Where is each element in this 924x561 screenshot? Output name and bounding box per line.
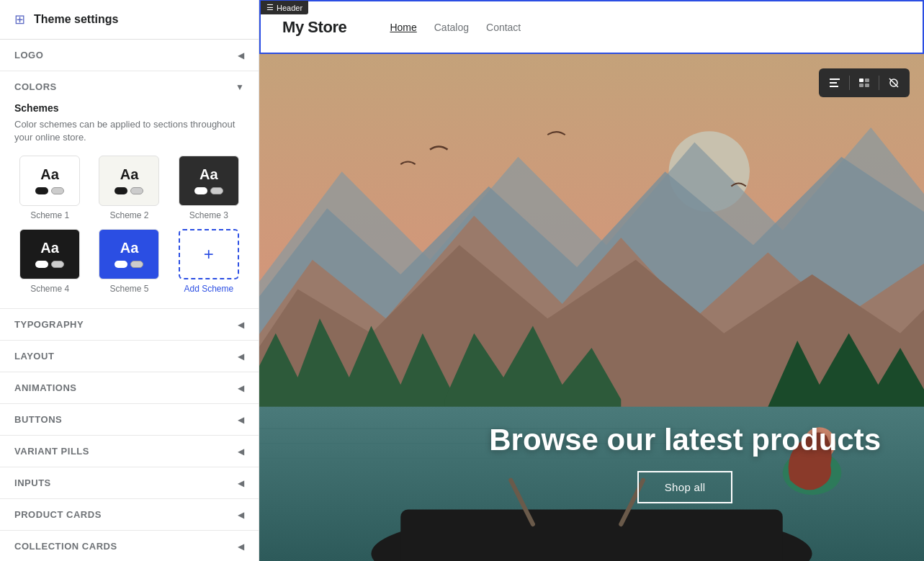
scheme-4-toggle-on bbox=[35, 261, 48, 268]
animations-section: ANIMATIONS ◀ bbox=[0, 372, 259, 404]
scheme-3-preview: Aa bbox=[179, 156, 239, 206]
typography-section-label: TYPOGRAPHY bbox=[14, 319, 84, 330]
scheme-3-toggles bbox=[194, 187, 223, 194]
add-scheme-label: Add Scheme bbox=[184, 284, 233, 294]
scheme-3-toggle-on bbox=[194, 187, 207, 194]
scheme-2-card[interactable]: Aa Scheme 2 bbox=[94, 156, 164, 220]
main-content: ☰ Header My Store Home Catalog Contact bbox=[259, 0, 924, 561]
scheme-3-card[interactable]: Aa Scheme 3 bbox=[174, 156, 244, 220]
product-cards-section-label: PRODUCT CARDS bbox=[14, 509, 102, 520]
animations-section-header[interactable]: ANIMATIONS ◀ bbox=[0, 372, 259, 403]
layout-chevron-icon: ◀ bbox=[238, 351, 244, 362]
scheme-5-toggle-on bbox=[115, 261, 127, 268]
buttons-chevron-icon: ◀ bbox=[238, 415, 244, 425]
scheme-3-label: Scheme 3 bbox=[189, 210, 228, 220]
sidebar-title: Theme settings bbox=[34, 13, 118, 26]
colors-content: Schemes Color schemes can be applied to … bbox=[0, 102, 259, 308]
scheme-5-toggles bbox=[115, 261, 143, 268]
product-cards-chevron-icon: ◀ bbox=[238, 510, 244, 520]
scheme-5-label: Scheme 5 bbox=[109, 284, 148, 294]
scheme-4-preview: Aa bbox=[19, 229, 80, 279]
variant-pills-section: VARIANT PILLS ◀ bbox=[0, 436, 259, 467]
svg-rect-25 bbox=[865, 84, 869, 87]
scheme-1-preview: Aa bbox=[19, 156, 80, 206]
nav-home[interactable]: Home bbox=[390, 22, 416, 33]
layout-section: LAYOUT ◀ bbox=[0, 341, 259, 372]
scheme-1-label: Scheme 1 bbox=[30, 210, 69, 220]
toolbar-arrange-btn[interactable] bbox=[851, 70, 877, 96]
scheme-3-aa: Aa bbox=[199, 167, 218, 181]
hero-section: Browse our latest products Shop all bbox=[259, 54, 924, 561]
logo-chevron-icon: ◀ bbox=[238, 50, 244, 60]
scheme-4-card[interactable]: Aa Scheme 4 bbox=[14, 229, 85, 294]
sidebar-header: ⊞ Theme settings bbox=[0, 0, 259, 40]
scheme-3-toggle-off bbox=[210, 187, 223, 194]
scheme-4-toggles bbox=[35, 261, 64, 268]
animations-section-label: ANIMATIONS bbox=[14, 382, 77, 393]
svg-rect-21 bbox=[830, 86, 838, 87]
inputs-section: INPUTS ◀ bbox=[0, 467, 259, 499]
header-badge-label: Header bbox=[277, 4, 302, 12]
store-logo: My Store bbox=[282, 18, 346, 37]
header-badge: ☰ Header bbox=[261, 1, 308, 14]
scheme-5-preview: Aa bbox=[99, 229, 159, 279]
variant-pills-section-header[interactable]: VARIANT PILLS ◀ bbox=[0, 436, 259, 467]
logo-section-label: LOGO bbox=[14, 50, 43, 60]
header-icon: ☰ bbox=[266, 3, 274, 12]
toolbar-text-btn[interactable] bbox=[822, 70, 848, 96]
hero-toolbar bbox=[819, 68, 910, 97]
collection-cards-section-label: COLLECTION CARDS bbox=[14, 541, 117, 552]
buttons-section-label: BUTTONS bbox=[14, 414, 62, 425]
scheme-5-toggle-off bbox=[130, 261, 143, 268]
nav-contact[interactable]: Contact bbox=[486, 22, 521, 33]
sidebar: ⊞ Theme settings LOGO ◀ COLORS ▼ Schemes… bbox=[0, 0, 259, 561]
scheme-2-label: Scheme 2 bbox=[109, 210, 148, 220]
layout-section-header[interactable]: LAYOUT ◀ bbox=[0, 341, 259, 372]
scheme-1-toggles bbox=[35, 187, 64, 194]
store-header: ☰ Header My Store Home Catalog Contact bbox=[259, 0, 924, 54]
svg-line-27 bbox=[889, 78, 898, 87]
colors-section-label: COLORS bbox=[14, 81, 57, 92]
add-scheme-card[interactable]: + Add Scheme bbox=[174, 229, 244, 294]
schemes-label: Schemes bbox=[14, 102, 244, 114]
svg-rect-20 bbox=[830, 82, 837, 84]
colors-chevron-icon: ▼ bbox=[236, 82, 244, 92]
add-scheme-plus-icon: + bbox=[204, 244, 214, 264]
product-cards-section: PRODUCT CARDS ◀ bbox=[0, 499, 259, 531]
svg-rect-22 bbox=[859, 78, 864, 82]
hero-text-container: Browse our latest products Shop all bbox=[489, 423, 881, 503]
schemes-grid: Aa Scheme 1 Aa bbox=[14, 156, 244, 294]
scheme-2-aa: Aa bbox=[120, 167, 139, 181]
scheme-5-card[interactable]: Aa Scheme 5 bbox=[94, 229, 164, 294]
collection-cards-section-header[interactable]: COLLECTION CARDS ◀ bbox=[0, 531, 259, 561]
inputs-chevron-icon: ◀ bbox=[238, 478, 244, 488]
hero-title: Browse our latest products bbox=[489, 423, 881, 457]
buttons-section: BUTTONS ◀ bbox=[0, 404, 259, 436]
toolbar-divider-1 bbox=[849, 76, 850, 90]
scheme-1-card[interactable]: Aa Scheme 1 bbox=[14, 156, 85, 220]
colors-section-header[interactable]: COLORS ▼ bbox=[0, 71, 259, 102]
svg-rect-19 bbox=[830, 78, 840, 80]
buttons-section-header[interactable]: BUTTONS ◀ bbox=[0, 404, 259, 435]
colors-section: COLORS ▼ Schemes Color schemes can be ap… bbox=[0, 71, 259, 309]
shop-all-button[interactable]: Shop all bbox=[637, 471, 733, 503]
product-cards-section-header[interactable]: PRODUCT CARDS ◀ bbox=[0, 499, 259, 530]
layout-section-label: LAYOUT bbox=[14, 351, 54, 362]
scheme-4-toggle-off bbox=[51, 261, 64, 268]
svg-rect-24 bbox=[859, 84, 864, 87]
scheme-2-toggle-off bbox=[130, 187, 143, 194]
logo-section-header[interactable]: LOGO ◀ bbox=[0, 40, 259, 71]
nav-catalog[interactable]: Catalog bbox=[434, 22, 469, 33]
scheme-5-aa: Aa bbox=[120, 241, 139, 255]
typography-section-header[interactable]: TYPOGRAPHY ◀ bbox=[0, 309, 259, 340]
collection-cards-section: COLLECTION CARDS ◀ bbox=[0, 531, 259, 561]
variant-pills-section-label: VARIANT PILLS bbox=[14, 446, 89, 457]
typography-section: TYPOGRAPHY ◀ bbox=[0, 309, 259, 341]
toolbar-visibility-btn[interactable] bbox=[881, 70, 907, 96]
inputs-section-header[interactable]: INPUTS ◀ bbox=[0, 467, 259, 498]
logo-section: LOGO ◀ bbox=[0, 40, 259, 71]
schemes-desc: Color schemes can be applied to sections… bbox=[14, 118, 244, 144]
svg-rect-23 bbox=[865, 78, 869, 82]
store-nav: Home Catalog Contact bbox=[390, 22, 521, 33]
sidebar-content: LOGO ◀ COLORS ▼ Schemes Color schemes ca… bbox=[0, 40, 259, 561]
